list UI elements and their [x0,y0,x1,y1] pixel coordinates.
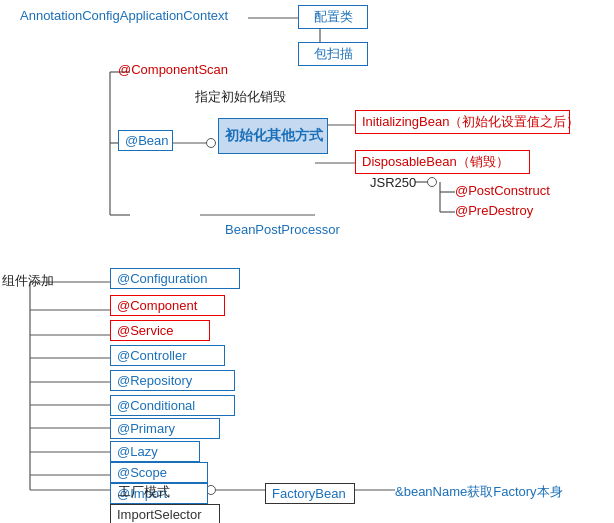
bean-name-factory-label: &beanName获取Factory本身 [395,483,563,501]
bean-post-processor-label: BeanPostProcessor [225,222,340,237]
conditional-box: @Conditional [110,395,235,416]
factory-mode-label: 工厂模式 [118,483,170,501]
package-scan-box: 包扫描 [298,42,368,66]
circle-jsr250 [427,177,437,187]
factory-bean-box: FactoryBean [265,483,355,504]
init-other-box: 初始化其他方式 [218,118,328,154]
bean-box: @Bean [118,130,173,151]
primary-box: @Primary [110,418,220,439]
service-box: @Service [110,320,210,341]
disposable-bean-box: DisposableBean（销毁） [355,150,530,174]
lazy-box: @Lazy [110,441,200,462]
jsr250-label: JSR250 [370,175,416,190]
circle-bean [206,138,216,148]
initializing-bean-box: InitializingBean（初始化设置值之后） [355,110,570,134]
config-class-box: 配置类 [298,5,368,29]
scope-box: @Scope [110,462,208,483]
specify-init-destroy-label: 指定初始化销毁 [195,88,286,106]
import-selector-box: ImportSelector [110,504,220,523]
component-add-label: 组件添加 [2,272,54,290]
post-construct-label: @PostConstruct [455,183,550,198]
pre-destroy-label: @PreDestroy [455,203,533,218]
component-scan-label: @ComponentScan [118,62,228,77]
controller-box: @Controller [110,345,225,366]
component-box: @Component [110,295,225,316]
configuration-box: @Configuration [110,268,240,289]
repository-box: @Repository [110,370,235,391]
annotation-context-label: AnnotationConfigApplicationContext [20,8,228,23]
